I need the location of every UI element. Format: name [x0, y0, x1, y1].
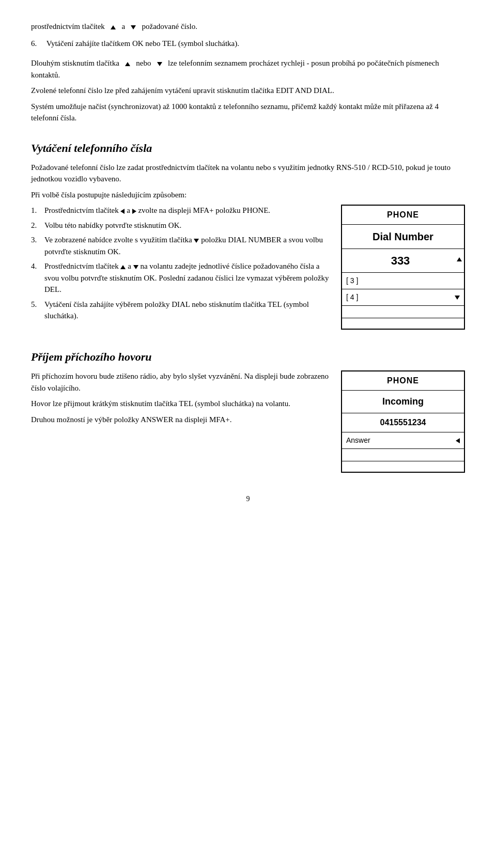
phone-display-1: PHONE Dial Number 333 [ 3 ] [ 4 ] — [341, 205, 465, 330]
section1-content: 1. Prostřednictvím tlačítek a zvolte na … — [31, 205, 465, 330]
step-3: 3. Ve zobrazené nabídce zvolte s využití… — [31, 234, 331, 257]
display-empty-3 — [342, 449, 464, 461]
display-number-1: 333 — [342, 249, 464, 273]
phone-display-2: PHONE Incoming 0415551234 Answer — [341, 370, 465, 473]
section1-heading: Vytáčení telefonního čísla — [31, 140, 465, 157]
intro-para2: Zvolené telefonní číslo lze před zahájen… — [31, 85, 465, 97]
section1-steps: 1. Prostřednictvím tlačítek a zvolte na … — [31, 205, 331, 325]
display-empty-4 — [342, 461, 464, 472]
display-row-4: [ 4 ] — [342, 289, 464, 306]
triangle-down-icon4 — [133, 265, 138, 269]
display-arrow-left — [456, 438, 460, 443]
triangle-down-icon2 — [157, 62, 162, 66]
section2-para3: Druhou možností je výběr položky ANSWER … — [31, 414, 331, 426]
triangle-down-icon — [131, 25, 136, 29]
triangle-up-icon3 — [120, 265, 126, 269]
display-number-2: 0415551234 — [342, 413, 464, 432]
display-empty-2 — [342, 318, 464, 329]
section2-display: PHONE Incoming 0415551234 Answer — [341, 370, 465, 473]
display-subheader-2: Incoming — [342, 391, 464, 413]
intro-para3: Systém umožňuje načíst (synchronizovat) … — [31, 101, 465, 124]
section2-text: Při příchozím hovoru bude ztišeno rádio,… — [31, 370, 331, 429]
page-number: 9 — [31, 493, 465, 504]
section1-para2: Při volbě čísla postupujte následujícím … — [31, 189, 465, 201]
section1-para1: Požadované telefonní číslo lze zadat pro… — [31, 162, 465, 185]
display-arrow-up — [457, 257, 462, 261]
intro-line1: prostřednictvím tlačítek a požadované čí… — [31, 21, 465, 33]
section2-heading: Příjem příchozího hovoru — [31, 348, 465, 365]
step-4: 4. Prostřednictvím tlačítek a na volantu… — [31, 260, 331, 296]
steps-list: 1. Prostřednictvím tlačítek a zvolte na … — [31, 205, 331, 322]
step-2: 2. Volbu této nabídky potvrďte stisknutí… — [31, 220, 331, 231]
display-empty-1 — [342, 306, 464, 318]
triangle-left-icon — [120, 209, 125, 214]
step-5: 5. Vytáčení čísla zahájíte výběrem polož… — [31, 299, 331, 322]
section2-para1: Při příchozím hovoru bude ztišeno rádio,… — [31, 370, 331, 394]
triangle-up-icon2 — [125, 62, 130, 66]
triangle-right-icon — [132, 209, 136, 214]
display-header-1: PHONE — [342, 206, 464, 225]
display-header-2: PHONE — [342, 371, 464, 391]
triangle-up-icon — [111, 25, 116, 29]
triangle-down-icon3 — [194, 239, 199, 243]
display-row-3: [ 3 ] — [342, 273, 464, 289]
step-1: 1. Prostřednictvím tlačítek a zvolte na … — [31, 205, 331, 216]
display-subheader-1: Dial Number — [342, 225, 464, 249]
intro-item6: 6. Vytáčení zahájíte tlačítkem OK nebo T… — [31, 38, 465, 50]
intro-para1: Dlouhým stisknutím tlačítka nebo lze tel… — [31, 57, 465, 81]
display-arrow-down — [455, 296, 460, 300]
section2-content: Při příchozím hovoru bude ztišeno rádio,… — [31, 370, 465, 473]
section1-display: PHONE Dial Number 333 [ 3 ] [ 4 ] — [341, 205, 465, 330]
section2-para2: Hovor lze přijmout krátkým stisknutím tl… — [31, 398, 331, 410]
display-row-answer: Answer — [342, 432, 464, 449]
